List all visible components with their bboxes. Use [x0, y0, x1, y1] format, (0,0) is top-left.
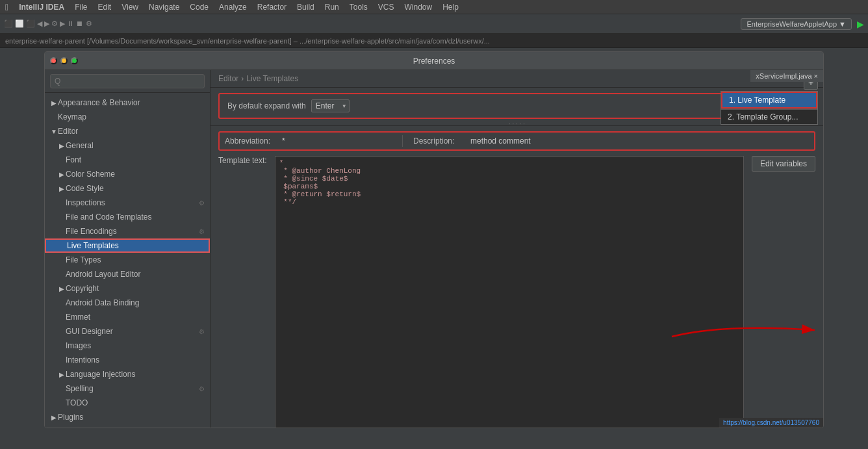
- sidebar-item-code-style[interactable]: ▶ Code Style: [45, 181, 210, 196]
- codestyle-arrow-icon: ▶: [58, 185, 66, 192]
- menu-navigate[interactable]: Navigate: [149, 3, 179, 12]
- template-textarea[interactable]: * * @author ChenLong * @since $date$ $pa…: [275, 156, 744, 428]
- dialog-title: Preferences: [413, 57, 455, 66]
- template-text-section: Template text:: [218, 156, 267, 165]
- menu-file[interactable]: File: [75, 3, 87, 12]
- menu-code[interactable]: Code: [190, 3, 209, 12]
- lang-arrow-icon: ▶: [58, 371, 66, 378]
- dialog-close-button[interactable]: [50, 57, 57, 64]
- breadcrumb-sep: ›: [241, 74, 244, 83]
- sidebar-item-lang-injections[interactable]: ▶ Language Injections: [45, 367, 210, 381]
- gear-icon-2: ⚙: [199, 228, 205, 235]
- sidebar-item-plugins[interactable]: ▶ Plugins: [45, 410, 210, 424]
- sidebar-item-inspections[interactable]: Inspections ⚙: [45, 196, 210, 210]
- menu-window[interactable]: Window: [405, 3, 433, 12]
- abbreviation-input[interactable]: [282, 136, 379, 146]
- bottom-panel: Abbreviation: Description: Template text…: [211, 125, 823, 428]
- edit-variables-button[interactable]: Edit variables: [752, 156, 815, 172]
- sidebar-item-file-templates[interactable]: File and Code Templates: [45, 210, 210, 224]
- plugins-arrow-icon: ▶: [50, 414, 58, 421]
- expand-select-wrap: Enter Tab Space: [311, 99, 350, 112]
- expand-select[interactable]: Enter Tab Space: [311, 99, 350, 112]
- sidebar-item-file-encodings[interactable]: File Encodings ⚙: [45, 224, 210, 238]
- sidebar-item-copyright[interactable]: ▶ Copyright: [45, 281, 210, 296]
- sidebar-item-todo[interactable]: TODO: [45, 396, 210, 410]
- content-area: Editor › Live Templates By default expan…: [211, 70, 823, 428]
- dialog-body: ▶ Appearance & Behavior Keymap ▼ Editor …: [45, 70, 823, 428]
- path-text: enterprise-welfare-parent [/Volumes/Docu…: [5, 37, 490, 45]
- sidebar-item-appearance[interactable]: ▶ Appearance & Behavior: [45, 96, 210, 110]
- settings-sidebar: ▶ Appearance & Behavior Keymap ▼ Editor …: [45, 70, 211, 428]
- editor-arrow-icon: ▼: [50, 128, 58, 135]
- template-text-label: Template text:: [218, 156, 267, 165]
- breadcrumb: Editor › Live Templates: [211, 70, 823, 88]
- sidebar-item-general[interactable]: ▶ General: [45, 138, 210, 153]
- menu-item-live-template[interactable]: 1. Live Template: [721, 92, 817, 109]
- sidebar-item-file-types[interactable]: File Types: [45, 253, 210, 267]
- gear-icon-3: ⚙: [199, 328, 205, 335]
- menu-item-template-group[interactable]: 2. Template Group...: [721, 110, 817, 124]
- expand-label: By default expand with: [227, 101, 306, 110]
- template-type-menu: 1. Live Template 2. Template Group...: [721, 91, 818, 125]
- menu-build[interactable]: Build: [297, 3, 314, 12]
- menu-vcs[interactable]: VCS: [378, 3, 394, 12]
- gear-icon: ⚙: [199, 199, 205, 207]
- sidebar-item-font[interactable]: Font: [45, 153, 210, 167]
- sidebar-item-android-layout[interactable]: Android Layout Editor: [45, 267, 210, 281]
- menu-view[interactable]: View: [121, 3, 138, 12]
- sidebar-item-editor[interactable]: ▼ Editor: [45, 124, 210, 138]
- sidebar-item-android-data[interactable]: Android Data Binding: [45, 296, 210, 310]
- sidebar-item-intentions[interactable]: Intentions: [45, 353, 210, 367]
- sidebar-item-emmet[interactable]: Emmet: [45, 310, 210, 324]
- sidebar-item-images[interactable]: Images: [45, 339, 210, 353]
- sidebar-item-live-templates[interactable]: Live Templates: [45, 238, 210, 253]
- breadcrumb-current: Live Templates: [246, 74, 298, 83]
- menu-tools[interactable]: Tools: [350, 3, 368, 12]
- dialog-title-bar: Preferences: [45, 52, 823, 70]
- menu-analyze[interactable]: Analyze: [219, 3, 247, 12]
- sidebar-item-keymap[interactable]: Keymap: [45, 110, 210, 124]
- sidebar-tree: ▶ Appearance & Behavior Keymap ▼ Editor …: [45, 93, 210, 428]
- run-config[interactable]: EnterpriseWelfareAppletApp ▼: [741, 18, 852, 30]
- menu-refactor[interactable]: Refactor: [257, 3, 287, 12]
- menu-edit[interactable]: Edit: [97, 3, 111, 12]
- description-input[interactable]: [470, 136, 809, 146]
- apple-menu[interactable]: : [5, 2, 8, 12]
- dialog-maximize-button[interactable]: [71, 57, 78, 64]
- abbreviation-label: Abbreviation:: [225, 136, 277, 146]
- run-btn[interactable]: ▶: [857, 19, 864, 29]
- preferences-dialog: Preferences ▶ Appearance & Behavior Keym…: [44, 51, 824, 428]
- sidebar-item-spelling[interactable]: Spelling ⚙: [45, 381, 210, 396]
- dialog-minimize-button[interactable]: [60, 57, 68, 64]
- menu-help[interactable]: Help: [442, 3, 459, 12]
- search-input[interactable]: [50, 74, 205, 88]
- toolbar-icons: ⬛ ⬜ ⬛ ◀ ▶ ⚙ ▶ ⏸ ⏹ ⚙: [4, 19, 92, 28]
- file-tab[interactable]: xServiceImpl.java ×: [750, 70, 823, 82]
- description-label: Description:: [413, 136, 465, 146]
- main-toolbar: ⬛ ⬜ ⬛ ◀ ▶ ⚙ ▶ ⏸ ⏹ ⚙ EnterpriseWelfareApp…: [0, 14, 868, 34]
- copyright-arrow-icon: ▶: [58, 285, 66, 292]
- general-arrow-icon: ▶: [58, 142, 66, 149]
- path-bar: enterprise-welfare-parent [/Volumes/Docu…: [0, 34, 868, 48]
- sidebar-item-gui-designer[interactable]: GUI Designer ⚙: [45, 324, 210, 339]
- search-box: [45, 70, 210, 93]
- color-arrow-icon: ▶: [58, 171, 66, 178]
- mac-menu-bar:  IntelliJ IDEA File Edit View Navigate …: [0, 0, 868, 14]
- app-name-menu[interactable]: IntelliJ IDEA: [19, 3, 64, 12]
- abbreviation-row: Abbreviation: Description:: [218, 131, 815, 151]
- sidebar-item-color-scheme[interactable]: ▶ Color Scheme: [45, 167, 210, 181]
- breadcrumb-parent: Editor: [218, 74, 238, 83]
- menu-run[interactable]: Run: [325, 3, 339, 12]
- arrow-icon: ▶: [50, 99, 58, 107]
- url-hint: https://blog.csdn.net/u013507760: [719, 418, 823, 428]
- gear-icon-4: ⚙: [199, 385, 205, 392]
